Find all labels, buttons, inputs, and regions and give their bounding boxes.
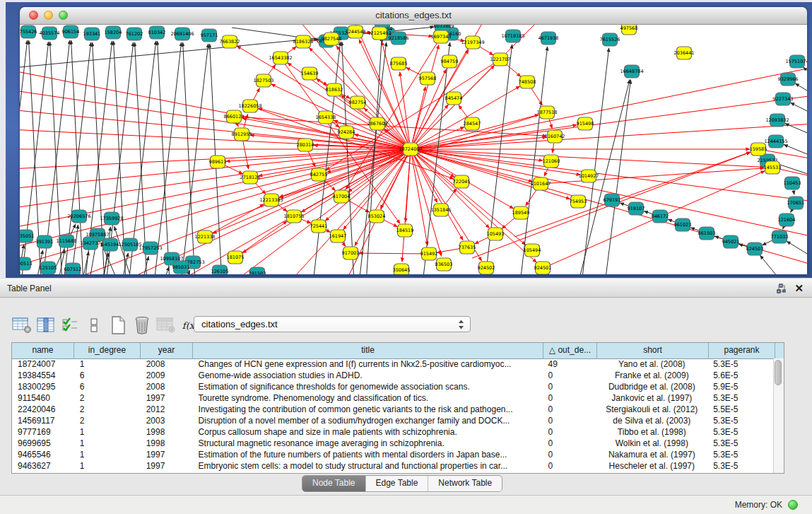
selected-edge[interactable]	[779, 169, 807, 177]
close-window-button[interactable]	[29, 11, 38, 20]
selected-network-node[interactable]: 1654338	[316, 111, 336, 124]
column-header-name[interactable]: name	[12, 343, 74, 358]
selected-network-node[interactable]: 1101647	[531, 177, 551, 190]
selected-network-node[interactable]: 818632	[326, 83, 343, 96]
selected-edge[interactable]	[479, 46, 493, 54]
network-node[interactable]: 126105	[211, 265, 229, 274]
selected-network-node[interactable]: 161947	[329, 230, 347, 243]
network-node[interactable]: 17359928	[100, 212, 123, 225]
network-node[interactable]: 1115688	[57, 235, 77, 247]
selected-network-node[interactable]: 105494	[524, 244, 541, 257]
selected-edge[interactable]	[437, 249, 460, 252]
hide-columns-button[interactable]	[82, 313, 106, 337]
network-node[interactable]: 391391	[36, 235, 54, 248]
selected-network-node[interactable]: 1221707	[490, 53, 511, 66]
selected-network-node[interactable]: 725441	[310, 220, 328, 233]
selected-network-node[interactable]: 836503	[435, 258, 453, 271]
selected-network-node[interactable]: 924284	[338, 126, 355, 139]
column-header-title[interactable]: title	[193, 343, 543, 358]
edge[interactable]	[763, 240, 773, 245]
network-node[interactable]: 957171	[201, 29, 218, 42]
selected-network-node[interactable]: 9827548	[322, 33, 342, 45]
selected-edge[interactable]	[359, 253, 422, 254]
selected-network-node[interactable]: 842755	[310, 168, 328, 181]
network-node[interactable]: 158204	[105, 26, 122, 39]
selected-edge[interactable]	[237, 46, 404, 146]
selected-network-node[interactable]: 924502	[478, 262, 495, 274]
selected-edge[interactable]	[553, 144, 554, 153]
vertical-scrollbar[interactable]	[773, 358, 784, 473]
selected-edge[interactable]	[383, 219, 397, 226]
network-node[interactable]: 4035574	[40, 27, 60, 40]
network-node[interactable]: 906154	[62, 25, 80, 38]
network-node[interactable]: 145194	[102, 238, 119, 251]
selected-edge[interactable]	[300, 219, 311, 223]
selected-network-node[interactable]: 184519	[396, 224, 414, 237]
selected-network-node[interactable]: 984759	[441, 55, 459, 68]
column-header-short[interactable]: short	[597, 343, 709, 358]
table-row[interactable]: 1872400712008Changes of HCN gene express…	[12, 358, 774, 370]
selected-network-node[interactable]: 105493	[487, 228, 505, 240]
selected-network-node[interactable]: 1697343	[431, 30, 452, 43]
selected-network-node[interactable]: 284547	[464, 117, 481, 130]
selected-edge[interactable]	[243, 141, 249, 169]
edge[interactable]	[582, 48, 609, 274]
selected-network-node[interactable]: 280314	[297, 139, 314, 151]
zoom-window-button[interactable]	[59, 11, 68, 20]
network-node[interactable]: 9218586	[389, 32, 409, 45]
network-node[interactable]: 10719185	[501, 30, 524, 42]
selected-network-node[interactable]: 7663822	[220, 35, 240, 48]
table-row[interactable]: 1456911722003Disruption of a novel membe…	[12, 415, 774, 426]
selected-edge[interactable]	[418, 67, 807, 148]
select-all-columns-button[interactable]	[58, 313, 82, 337]
selected-network-node[interactable]: 121060	[543, 155, 560, 168]
column-header-in_degree[interactable]: in_degree	[74, 343, 141, 358]
selected-network-node[interactable]: 748508	[519, 76, 536, 88]
close-panel-icon[interactable]: ✕	[794, 281, 804, 296]
selected-network-node[interactable]: 853024	[368, 210, 386, 223]
network-node[interactable]: 12444155	[764, 135, 787, 148]
selected-edge[interactable]	[286, 47, 296, 54]
selected-edge[interactable]	[475, 237, 489, 244]
selected-network-node[interactable]: 189549	[512, 206, 530, 219]
selected-network-node[interactable]: 924501	[534, 262, 552, 274]
selected-network-node[interactable]: 2718126	[240, 171, 261, 184]
network-node[interactable]: 110453	[784, 177, 801, 189]
network-canvas[interactable]: 7554264035574906154193341158204761202810…	[20, 25, 807, 274]
network-node[interactable]: 15751074	[785, 55, 807, 68]
selected-edge[interactable]	[416, 154, 489, 228]
selected-network-node[interactable]: 957568	[419, 72, 437, 85]
selected-edge[interactable]	[502, 217, 515, 228]
network-node[interactable]: 16648784	[620, 65, 643, 78]
selected-network-node[interactable]: 754953	[570, 195, 587, 208]
selected-edge[interactable]	[241, 221, 287, 253]
table-row[interactable]: 2242004622012Investigating the contribut…	[12, 404, 774, 415]
selected-network-node[interactable]: 12197349	[461, 36, 484, 49]
selected-network-node[interactable]: 915492	[420, 247, 438, 260]
network-window-titlebar[interactable]: citations_edges.txt	[20, 7, 807, 25]
selected-edge[interactable]	[255, 182, 266, 194]
selected-network-node[interactable]: 989613	[209, 156, 227, 168]
scrollbar-thumb[interactable]	[775, 360, 782, 385]
selected-network-node[interactable]: 8186328	[293, 35, 314, 48]
table-settings-button[interactable]	[10, 313, 34, 337]
selected-network-node[interactable]: 159585	[750, 143, 767, 156]
delete-columns-button[interactable]	[130, 313, 154, 337]
selected-edge[interactable]	[459, 105, 468, 118]
network-node[interactable]: 607512	[64, 263, 82, 274]
selected-network-node[interactable]: 1877518	[537, 106, 558, 119]
selected-edge[interactable]	[414, 156, 463, 240]
selected-edge[interactable]	[279, 115, 540, 197]
selected-network-node[interactable]: 181075	[227, 251, 245, 264]
network-node[interactable]: 4671938	[539, 32, 559, 45]
network-canvas-svg[interactable]: 7554264035574906154193341158204761202810…	[20, 25, 807, 274]
table-row[interactable]: 1830029562008Estimation of significance …	[12, 381, 774, 392]
selected-network-node[interactable]: 16543382	[269, 52, 292, 64]
delete-table-button[interactable]	[154, 313, 178, 337]
selected-network-node[interactable]: 845474	[445, 92, 463, 105]
network-node[interactable]: 919107	[628, 202, 645, 215]
selected-edge[interactable]	[445, 189, 457, 204]
edge[interactable]	[784, 145, 807, 157]
selected-network-node[interactable]: 1160742	[545, 130, 565, 143]
table-row[interactable]: 911546021997Tourette syndrome. Phenomeno…	[12, 392, 774, 404]
